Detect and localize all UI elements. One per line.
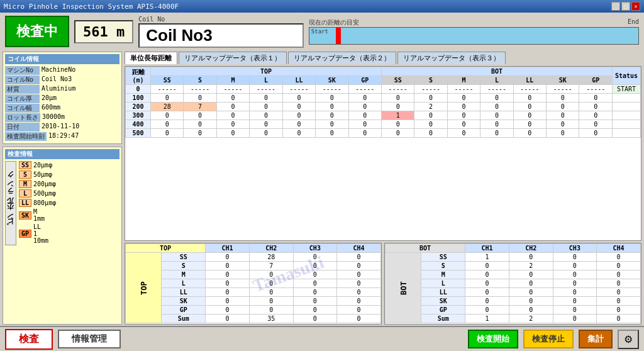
coil-info-row: 検査開始時刻18:29:47	[5, 132, 119, 141]
bottom-table-row: TOPSS02800	[126, 253, 381, 262]
progress-bar: Start	[309, 27, 639, 45]
tab-item[interactable]: リアルマップデータ（表示２）	[288, 52, 396, 64]
minimize-button[interactable]: _	[611, 2, 620, 11]
top-cell: 0	[316, 94, 348, 103]
top-cell: 0	[151, 120, 184, 129]
top-header: TOP	[151, 67, 382, 76]
dist-cell: 100	[126, 94, 151, 103]
rank-cell: GP	[162, 306, 206, 315]
top-cell: 0	[184, 94, 216, 103]
sum-value: 0	[293, 315, 337, 323]
top-sub-header: SK	[316, 76, 348, 85]
top-cell: 0	[282, 103, 315, 111]
bot-cell: 0	[414, 129, 447, 138]
bot-cell: -----	[579, 85, 613, 94]
rank-cell: SS	[421, 253, 465, 262]
top-cell: -----	[282, 85, 315, 94]
bot-cell: 0	[547, 111, 579, 120]
bot-cell: 0	[414, 111, 447, 120]
top-cell: 0	[250, 129, 282, 138]
inspect-button[interactable]: 検査	[5, 329, 53, 350]
maximize-button[interactable]: □	[621, 2, 630, 11]
table-row: 0---------------------------------------…	[126, 85, 641, 94]
bt-bot-ch2: CH2	[509, 244, 553, 253]
value-cell: 0	[465, 306, 509, 315]
coil-info-row: ロット長さ30000m	[5, 113, 119, 122]
value-cell: 0	[553, 306, 597, 315]
start-button[interactable]: 検査開始	[468, 330, 518, 348]
coil-section: Coil No Coil No3	[138, 16, 304, 48]
collect-button[interactable]: 集計	[579, 330, 613, 348]
bot-cell: 2	[414, 103, 447, 111]
dist-cell: 500	[126, 129, 151, 138]
bot-sub-header: LL	[513, 76, 546, 85]
coil-info-row: コイルNoCoil No3	[5, 75, 119, 84]
tab-item[interactable]: リアルマップデータ（表示１）	[179, 52, 287, 64]
coil-info-box: コイル情報 マシンNoMachineNoコイルNoCoil No3材質Alumi…	[3, 52, 122, 144]
top-sub-header: L	[250, 76, 282, 85]
bot-cell: 0	[447, 103, 480, 111]
content-area: コイル情報 マシンNoMachineNoコイルNoCoil No3材質Alumi…	[0, 50, 644, 326]
value-cell: 0	[249, 270, 293, 279]
top-cell: -----	[184, 85, 216, 94]
value-cell: 0	[553, 253, 597, 262]
pinhole-rank-row: L500μmφ	[19, 189, 119, 198]
top-cell: -----	[348, 85, 381, 94]
top-cell: -----	[316, 85, 348, 94]
value-cell: 0	[465, 270, 509, 279]
value-cell: 0	[597, 306, 641, 315]
coil-info-rows: マシンNoMachineNoコイルNoCoil No3材質Aluminiumコイ…	[5, 66, 119, 141]
tab-item[interactable]: リアルマップデータ（表示３）	[397, 52, 506, 64]
bot-cell: -----	[414, 85, 447, 94]
top-cell: 0	[151, 94, 184, 103]
status-cell: START	[613, 85, 641, 94]
top-cell: 0	[316, 129, 348, 138]
rank-cell: M	[162, 270, 206, 279]
top-cell: 28	[151, 103, 184, 111]
pinhole-gp-row: GPLL110mm	[19, 223, 119, 244]
value-cell: 0	[249, 297, 293, 306]
bottom-bar: 検査 情報管理 検査開始 検査停止 集計 ⚙	[0, 326, 644, 351]
sum-label: Sum	[162, 315, 206, 323]
bottom-table-row: S0700	[126, 262, 381, 270]
title-bar: Micro Pinhole Inspection System APIS-400…	[0, 0, 644, 13]
bot-cell: 0	[513, 103, 546, 111]
top-cell: 0	[348, 111, 381, 120]
bot-cell: 0	[547, 120, 579, 129]
bottom-table-row: GP0000	[386, 306, 641, 315]
status-cell	[613, 103, 641, 111]
dist-cell: 200	[126, 103, 151, 111]
settings-button[interactable]: ⚙	[618, 330, 639, 349]
value-cell: 0	[249, 288, 293, 297]
value-cell: 2	[509, 262, 553, 270]
bottom-table-row: BOTSS1000	[386, 253, 641, 262]
bottom-table-row: GP0000	[126, 306, 381, 315]
coil-info-row: 材質Aluminium	[5, 85, 119, 94]
bt-bot-ch1: CH1	[465, 244, 509, 253]
bot-cell: 0	[414, 94, 447, 103]
bot-cell: 0	[381, 120, 414, 129]
value-cell: 0	[597, 297, 641, 306]
bot-cell: -----	[547, 85, 579, 94]
top-cell: 0	[216, 111, 249, 120]
info-button[interactable]: 情報管理	[58, 330, 121, 348]
rank-cell: SK	[162, 297, 206, 306]
table-row: 30000000001000000	[126, 111, 641, 120]
status-cell	[613, 120, 641, 129]
bot-cell: 0	[579, 129, 613, 138]
coil-info-title: コイル情報	[5, 54, 119, 64]
bottom-table-row: LL0000	[386, 288, 641, 297]
sum-row: Sum03500	[126, 315, 381, 323]
bot-cell: 0	[480, 94, 513, 103]
bottom-table-row: M0000	[386, 270, 641, 279]
stop-button[interactable]: 検査停止	[523, 330, 574, 348]
coil-no-label: Coil No	[138, 16, 304, 23]
table-row: 40000000000000000	[126, 120, 641, 129]
close-button[interactable]: ✕	[631, 2, 640, 11]
value-cell: 0	[509, 279, 553, 288]
bot-cell: 1	[381, 111, 414, 120]
tab-item[interactable]: 単位長毎距離	[125, 52, 177, 64]
top-cell: 0	[216, 94, 249, 103]
top-cell: 0	[282, 129, 315, 138]
bot-cell: 0	[480, 111, 513, 120]
